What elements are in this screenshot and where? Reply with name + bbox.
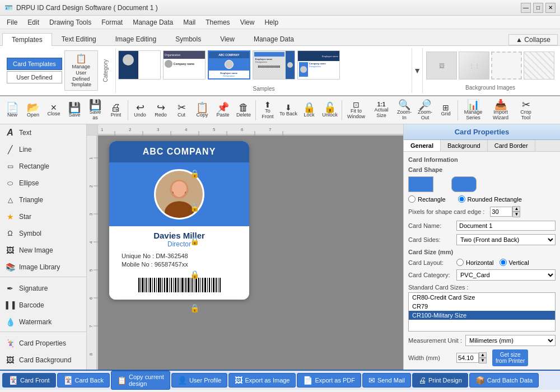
toolbar-toback[interactable]: ⬇To Back — [278, 98, 298, 123]
tab-managedata[interactable]: Manage Data — [244, 32, 304, 45]
bottom-printdesign[interactable]: 🖨 Print Design — [412, 373, 468, 388]
bg-thumb-2[interactable]: ⋮⋮ — [459, 52, 489, 80]
bottom-cardback[interactable]: 🃏 Card Back — [57, 373, 110, 388]
toolbar-grid[interactable]: ⊞Grid — [436, 98, 456, 123]
menu-themes[interactable]: Themes — [201, 17, 234, 27]
size-cr80[interactable]: CR80-Credit Card Size — [409, 293, 555, 302]
width-input[interactable] — [456, 353, 479, 363]
toolbar-actualsize[interactable]: 1:1Actual Size — [369, 98, 394, 123]
toolbar-open[interactable]: 📂Open — [23, 98, 43, 123]
collapse-btn[interactable]: ▲ Collapse — [508, 34, 558, 45]
bottom-exportimage[interactable]: 🖼 Export as Image — [228, 373, 296, 388]
radio-rectangle[interactable]: Rectangle — [408, 195, 446, 203]
sidebar-barcode[interactable]: ▌▐ Barcode — [0, 297, 86, 314]
tab-view[interactable]: View — [211, 32, 244, 45]
sample-card-2[interactable]: Organization Company name — [163, 50, 206, 80]
toolbar-paste[interactable]: 📌Paste — [213, 98, 233, 123]
toolbar-croptool[interactable]: ✂Crop Tool — [515, 98, 537, 123]
sample-card-1[interactable]: Employee name Designation — [118, 50, 161, 80]
menu-file[interactable]: File — [2, 17, 22, 27]
toolbar-fitwindow[interactable]: ⊡Fit to Window — [344, 98, 368, 123]
bottom-userprofile[interactable]: 👤 User Profile — [171, 373, 227, 388]
menu-drawing[interactable]: Drawing Tools — [45, 17, 96, 27]
bottom-cardbatch[interactable]: 📦 Card Batch Data — [469, 373, 539, 388]
toolbar-new[interactable]: 📄New — [2, 98, 22, 123]
menu-edit[interactable]: Edit — [23, 17, 44, 27]
get-from-printer-btn[interactable]: Get sizefrom Printer — [492, 349, 528, 366]
canvas-area[interactable]: 1 2 3 4 5 6 7 1 2 — [87, 124, 403, 370]
toolbar-redo[interactable]: ↪Redo — [151, 98, 171, 123]
width-spin-btns[interactable]: ▲ ▼ — [479, 352, 487, 363]
pixels-spin-btns[interactable]: ▲ ▼ — [512, 206, 520, 217]
toolbar-zoomout[interactable]: 🔎Zoom-Out — [415, 98, 435, 123]
toolbar-save[interactable]: 💾Save — [64, 98, 85, 123]
maximize-btn[interactable]: □ — [533, 3, 543, 13]
radio-v-input[interactable] — [500, 259, 507, 266]
toolbar-cut[interactable]: ✂Cut — [171, 98, 192, 123]
toolbar-manageseries[interactable]: 📊Manage Series — [460, 98, 487, 123]
menu-view[interactable]: View — [236, 17, 259, 27]
bottom-copycurrent[interactable]: 📋 Copy currentdesign — [111, 371, 170, 390]
panel-tab-cardborder[interactable]: Card Border — [488, 140, 535, 151]
window-controls[interactable]: — □ ✕ — [521, 3, 556, 13]
panel-tab-background[interactable]: Background — [441, 140, 488, 151]
card-category-select[interactable]: PVC_CardCR80CR100 — [456, 269, 556, 281]
toolbar-copy[interactable]: 📋Copy — [192, 98, 212, 123]
toolbar-lock[interactable]: 🔒Lock — [299, 98, 319, 123]
toolbar-importwizard[interactable]: 📥Import Wizard — [487, 98, 514, 123]
toolbar-undo[interactable]: ↩Undo — [130, 98, 150, 123]
samples-scroll-down[interactable]: ▼ — [413, 66, 421, 75]
toolbar-tofront[interactable]: ⬆To Front — [258, 98, 278, 123]
toolbar-print[interactable]: 🖨Print — [106, 98, 126, 123]
minimize-btn[interactable]: — — [521, 3, 531, 13]
bg-thumb-3[interactable] — [491, 52, 522, 80]
menu-format[interactable]: Format — [97, 17, 127, 27]
pixels-input[interactable] — [490, 207, 512, 217]
radio-rounded-input[interactable] — [458, 195, 465, 203]
menu-help[interactable]: Help — [260, 17, 283, 27]
card-name-input[interactable] — [456, 221, 556, 231]
sidebar-newimage[interactable]: 🖼 New Image — [0, 242, 86, 259]
toolbar-delete[interactable]: 🗑Delete — [234, 98, 254, 123]
toolbar-zoomin[interactable]: 🔍Zoom-In — [394, 98, 414, 123]
radio-h-input[interactable] — [456, 259, 464, 266]
sidebar-cardprops[interactable]: 🃏 Card Properties — [0, 335, 86, 352]
sidebar-symbol[interactable]: Ω Symbol — [0, 225, 86, 242]
radio-horizontal[interactable]: Horizontal — [456, 259, 494, 266]
bottom-cardfront[interactable]: 🃏 Card Front — [2, 373, 56, 388]
pixels-down[interactable]: ▼ — [512, 212, 520, 217]
toolbar-saveas[interactable]: 💾Save as — [85, 98, 105, 123]
sidebar-triangle[interactable]: △ Triangle — [0, 192, 86, 208]
sidebar-rectangle[interactable]: ▭ Rectangle — [0, 158, 86, 175]
toolbar-close[interactable]: ✕Close — [44, 98, 64, 123]
pixels-up[interactable]: ▲ — [512, 206, 520, 212]
sidebar-signature[interactable]: ✒ Signature — [0, 280, 86, 297]
radio-rect-input[interactable] — [408, 195, 416, 203]
tab-templates[interactable]: Templates — [2, 33, 52, 46]
sidebar-star[interactable]: ★ Star — [0, 208, 86, 225]
sample-card-5[interactable]: Employee name Company name Designation — [297, 50, 340, 80]
size-cr79[interactable]: CR79 — [409, 302, 555, 311]
close-btn[interactable]: ✕ — [545, 3, 556, 13]
card-templates-btn[interactable]: Card Templates — [7, 58, 62, 70]
sidebar-cardbg[interactable]: 🖼 Card Background — [0, 352, 86, 368]
sidebar-line[interactable]: ╱ Line — [0, 141, 86, 158]
user-defined-btn[interactable]: User Defined — [7, 71, 62, 83]
sample-card-3[interactable]: ABC COMPANY Employee name Designation — [208, 50, 250, 80]
radio-rounded[interactable]: Rounded Rectangle — [458, 195, 522, 203]
width-down[interactable]: ▼ — [479, 358, 487, 363]
sample-card-4[interactable]: Employee name Designation — [253, 50, 295, 80]
card-sides-select[interactable]: One (Front Only)Two (Front and Back) — [456, 234, 556, 245]
pixels-spinner[interactable]: ▲ ▼ — [490, 206, 520, 217]
width-up[interactable]: ▲ — [479, 352, 487, 358]
tab-textediting[interactable]: Text Editing — [52, 32, 106, 45]
width-spinner[interactable]: ▲ ▼ — [456, 352, 487, 363]
sidebar-imagelibrary[interactable]: 📚 Image Library — [0, 259, 86, 276]
menu-mail[interactable]: Mail — [179, 17, 200, 27]
id-card[interactable]: ABC COMPANY Davies Miller Director — [109, 141, 249, 300]
tab-symbols[interactable]: Symbols — [166, 32, 211, 45]
toolbar-unlock[interactable]: 🔓Unlock — [320, 98, 340, 123]
tab-imageediting[interactable]: Image Editing — [106, 32, 166, 45]
standard-sizes-list[interactable]: CR80-Credit Card Size CR79 CR100-Militar… — [408, 292, 556, 332]
radio-vertical[interactable]: Vertical — [500, 259, 529, 266]
